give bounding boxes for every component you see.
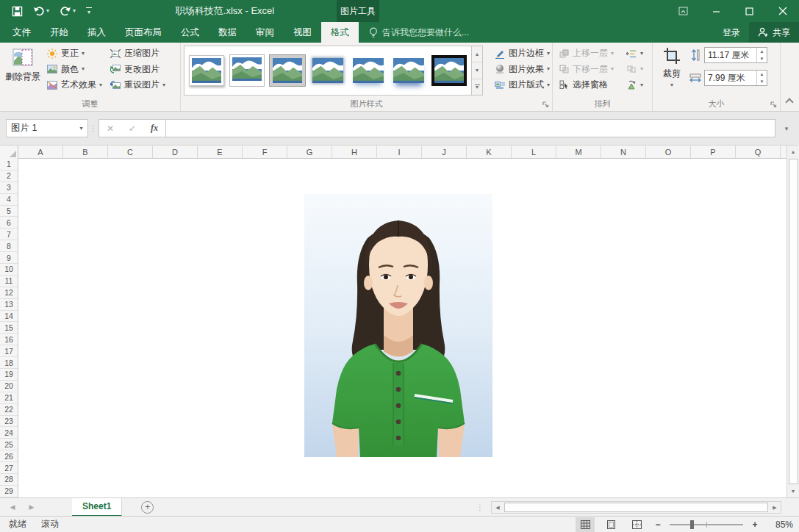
tell-me-box[interactable]: 告诉我您想要做什么...: [369, 22, 469, 43]
close-button[interactable]: [766, 0, 799, 22]
bring-forward-button[interactable]: 上移一层▾: [554, 46, 617, 61]
column-header-J[interactable]: J: [422, 145, 467, 158]
name-box[interactable]: ▾: [6, 119, 88, 137]
vertical-scroll-thumb[interactable]: [789, 159, 798, 484]
color-button[interactable]: 颜色▾: [43, 62, 106, 77]
tab-数据[interactable]: 数据: [209, 22, 246, 43]
shape-width-input[interactable]: [705, 71, 756, 85]
formula-input[interactable]: [166, 120, 775, 137]
expand-formula-bar-button[interactable]: ▾: [780, 125, 793, 132]
save-button[interactable]: [9, 4, 26, 18]
row-header-15[interactable]: 15: [0, 322, 18, 334]
picture-style-reflected-bevel[interactable]: [388, 48, 429, 93]
row-header-23[interactable]: 23: [0, 416, 18, 428]
undo-button[interactable]: ▾: [30, 4, 52, 18]
zoom-in-button[interactable]: +: [750, 520, 760, 530]
select-all-button[interactable]: [0, 145, 18, 159]
cancel-button[interactable]: ✕: [99, 123, 121, 134]
normal-view-button[interactable]: [576, 517, 595, 532]
row-header-12[interactable]: 12: [0, 287, 18, 299]
share-button[interactable]: 共享: [749, 22, 799, 43]
tab-文件[interactable]: 文件: [3, 22, 40, 43]
scroll-up-arrow[interactable]: ▲: [787, 145, 799, 158]
column-header-M[interactable]: M: [556, 145, 601, 158]
compress-pictures-button[interactable]: 压缩图片: [106, 46, 169, 61]
row-header-24[interactable]: 24: [0, 427, 18, 439]
row-header-29[interactable]: 29: [0, 486, 18, 497]
maximize-button[interactable]: [733, 0, 766, 22]
picture-effects-button[interactable]: 图片效果▾: [490, 62, 553, 77]
minimize-button[interactable]: [700, 0, 733, 22]
row-header-17[interactable]: 17: [0, 345, 18, 357]
row-header-6[interactable]: 6: [0, 217, 18, 229]
page-layout-view-button[interactable]: [601, 517, 620, 532]
picture-layout-button[interactable]: 图片版式▾: [490, 77, 553, 93]
vertical-scrollbar[interactable]: ▲ ▼: [787, 145, 799, 497]
zoom-out-button[interactable]: −: [653, 520, 663, 530]
horizontal-scroll-thumb[interactable]: [504, 503, 768, 512]
column-header-N[interactable]: N: [601, 145, 646, 158]
row-header-10[interactable]: 10: [0, 264, 18, 276]
row-header-4[interactable]: 4: [0, 194, 18, 206]
row-header-20[interactable]: 20: [0, 381, 18, 392]
height-step-down[interactable]: ▼: [757, 55, 767, 62]
column-header-F[interactable]: F: [243, 145, 287, 158]
row-header-18[interactable]: 18: [0, 357, 18, 369]
picture-style-simple-frame-white[interactable]: [186, 48, 226, 93]
column-header-D[interactable]: D: [153, 145, 198, 158]
row-header-7[interactable]: 7: [0, 229, 18, 240]
name-box-input[interactable]: [7, 120, 75, 137]
row-header-19[interactable]: 19: [0, 369, 18, 381]
customize-qat-button[interactable]: ▾: [83, 6, 95, 17]
column-header-I[interactable]: I: [377, 145, 422, 158]
page-break-view-button[interactable]: [627, 517, 646, 532]
row-header-26[interactable]: 26: [0, 450, 18, 462]
remove-background-button[interactable]: 删除背景: [3, 45, 43, 93]
reset-picture-button[interactable]: 重设图片▾: [106, 77, 169, 93]
row-header-5[interactable]: 5: [0, 206, 18, 218]
undo-dropdown-arrow[interactable]: ▾: [46, 8, 49, 14]
row-header-9[interactable]: 9: [0, 252, 18, 264]
picture-style-beveled-matte-white[interactable]: [226, 48, 267, 93]
picture-border-button[interactable]: 图片边框▾: [490, 46, 553, 61]
row-header-11[interactable]: 11: [0, 276, 18, 287]
picture-style-metal-frame[interactable]: [267, 48, 307, 93]
tab-视图[interactable]: 视图: [284, 22, 321, 43]
artistic-effects-button[interactable]: 艺术效果▾: [43, 77, 106, 93]
picture-styles-dialog-launcher[interactable]: [541, 100, 550, 109]
zoom-level[interactable]: 85%: [767, 520, 793, 530]
size-dialog-launcher[interactable]: [769, 100, 778, 109]
corrections-button[interactable]: 更正▾: [43, 46, 106, 61]
gallery-more-button[interactable]: ▼: [472, 79, 482, 95]
column-header-H[interactable]: H: [332, 145, 377, 158]
picture-style-thick-black-frame[interactable]: [429, 48, 469, 93]
row-header-21[interactable]: 21: [0, 392, 18, 404]
tab-公式[interactable]: 公式: [171, 22, 209, 43]
send-backward-button[interactable]: 下移一层▾: [554, 62, 617, 77]
column-header-L[interactable]: L: [512, 145, 556, 158]
selection-pane-button[interactable]: 选择窗格: [554, 77, 617, 93]
column-header-O[interactable]: O: [646, 145, 691, 158]
row-header-22[interactable]: 22: [0, 404, 18, 416]
enter-button[interactable]: ✓: [121, 123, 143, 134]
column-header-K[interactable]: K: [467, 145, 512, 158]
gallery-scroll-up-button[interactable]: ▲: [472, 46, 482, 62]
sheet-tab-Sheet1[interactable]: Sheet1: [72, 498, 122, 517]
shape-height-input[interactable]: [705, 48, 756, 62]
picture-style-reflected-rounded[interactable]: [348, 48, 388, 93]
scroll-left-arrow[interactable]: ◀: [492, 505, 504, 511]
width-step-up[interactable]: ▲: [757, 71, 767, 78]
row-header-3[interactable]: 3: [0, 182, 18, 194]
zoom-slider-thumb[interactable]: [690, 520, 694, 529]
scroll-down-arrow[interactable]: ▼: [787, 485, 799, 497]
sheet-nav-next-button[interactable]: ▶: [24, 503, 40, 511]
picture-style-soft-edge-rectangle[interactable]: [307, 48, 348, 93]
new-sheet-button[interactable]: +: [141, 501, 154, 514]
row-header-25[interactable]: 25: [0, 439, 18, 450]
collapse-ribbon-button[interactable]: [785, 98, 793, 106]
row-header-2[interactable]: 2: [0, 170, 18, 182]
row-header-14[interactable]: 14: [0, 311, 18, 323]
change-picture-button[interactable]: 更改图片: [106, 62, 169, 77]
align-button[interactable]: ▾: [622, 46, 647, 61]
row-header-13[interactable]: 13: [0, 299, 18, 311]
